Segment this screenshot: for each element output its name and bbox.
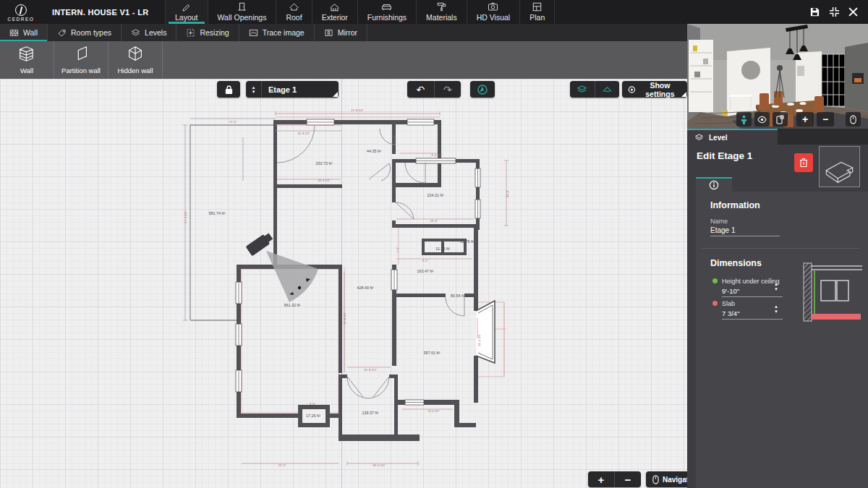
roof-visibility-icon[interactable]	[595, 81, 620, 98]
layout-ribbon: WallRoom typesLevelsResizingTrace imageM…	[0, 24, 687, 41]
level-selector[interactable]: ▲▼ Etage 1	[246, 81, 339, 98]
ribbon-mirror[interactable]: Mirror	[315, 24, 367, 41]
height-stepper[interactable]: ▲▼	[774, 283, 778, 291]
dimension-label: 24'-6"	[430, 219, 438, 223]
door-swings	[277, 125, 464, 398]
ribbon-label: Room types	[71, 28, 111, 37]
camera-icon	[487, 1, 499, 12]
name-input[interactable]: Etage 1	[710, 226, 735, 234]
compass-button[interactable]	[470, 81, 495, 98]
show-settings-label: Show settings	[640, 81, 680, 98]
tab-label: Plan	[529, 13, 545, 22]
3d-preview[interactable]: + −	[687, 24, 868, 129]
show-settings-button[interactable]: Show settings	[622, 81, 687, 98]
tab-label: Furnishings	[367, 13, 407, 22]
tool-partition-wall[interactable]: Partition wall	[54, 41, 109, 79]
room-area-label: 961.32 ft²	[284, 303, 301, 307]
tab-level[interactable]: Level	[687, 129, 778, 145]
dimension-label: 27'-8 1/2"	[351, 108, 364, 112]
door-icon	[236, 1, 248, 12]
slab-stepper[interactable]: ▲▼	[774, 305, 778, 314]
tab-furnishings[interactable]: Furnishings	[357, 0, 416, 24]
window-controls	[809, 0, 868, 24]
lock-button[interactable]	[217, 81, 240, 98]
walkthrough-person-icon[interactable]	[736, 112, 752, 127]
redo-button[interactable]: ↷	[434, 81, 461, 98]
close-button[interactable]	[848, 7, 858, 17]
navigate-label: Navigate	[663, 476, 687, 484]
room-area-label: 581.74 ft²	[209, 211, 226, 215]
tool-label: Wall	[20, 67, 33, 74]
dimension-label: 3'-6"	[310, 402, 316, 406]
walls	[237, 120, 480, 441]
preview-mouse-icon[interactable]	[846, 112, 861, 127]
tool-wall[interactable]: Wall	[0, 41, 54, 79]
visibility-group	[570, 81, 619, 98]
bay-window	[476, 301, 495, 363]
exit-fullscreen-button[interactable]	[829, 7, 840, 17]
ribbon-levels[interactable]: Levels	[122, 24, 176, 41]
section-divider	[702, 248, 859, 249]
tab-hd-visual[interactable]: HD Visual	[467, 0, 520, 24]
level-thumbnail[interactable]	[819, 146, 860, 187]
levels-visibility-icon[interactable]	[570, 81, 595, 98]
tab-label: Materials	[426, 13, 457, 22]
preview-zoom-in-button[interactable]: +	[796, 112, 814, 127]
ribbon-wall[interactable]: Wall	[0, 24, 48, 41]
tool-hidden-wall[interactable]: Hidden wall	[109, 41, 163, 79]
wall-section-diagram	[801, 260, 867, 325]
preview-eye-icon[interactable]	[754, 112, 770, 127]
level-spinner[interactable]: ▲▼	[246, 81, 262, 98]
dimension-label: 8'-0 1/2"	[428, 409, 440, 413]
info-icon	[709, 180, 719, 190]
room-area-label: 17.25 ft²	[306, 414, 320, 418]
ribbon-trace-image[interactable]: Trace image	[239, 24, 315, 41]
dimension-label: 36'-0 1/2"	[373, 463, 386, 467]
tab-roof[interactable]: Roof	[276, 0, 311, 24]
ribbon-label: Trace image	[263, 28, 305, 37]
floor-plan-canvas[interactable]: 581.74 ft²253.73 ft²44.35 ft²224.21 ft²9…	[0, 79, 687, 488]
height-dot	[712, 278, 718, 283]
level-stack-icon	[694, 133, 704, 142]
tab-information[interactable]	[696, 177, 732, 192]
height-label: Height under ceiling	[722, 278, 780, 285]
mouse-icon	[652, 475, 659, 484]
ribbon-resizing[interactable]: Resizing	[176, 24, 239, 41]
tool-label: Partition wall	[61, 67, 101, 74]
ribbon-room-types[interactable]: Room types	[48, 24, 122, 41]
edit-level-heading: Edit Etage 1	[697, 150, 752, 161]
tab-materials[interactable]: Materials	[416, 0, 467, 24]
terrace-walls	[190, 125, 276, 320]
height-input[interactable]: 9'-10"	[722, 287, 739, 295]
preview-snapshot-icon[interactable]	[773, 112, 788, 127]
tab-label: HD Visual	[477, 13, 511, 22]
preview-zoom-out-button[interactable]: −	[817, 112, 834, 127]
save-button[interactable]	[809, 7, 820, 17]
information-panel: Information Name Etage 1 Dimensions Heig…	[696, 192, 868, 488]
dimension-label: 5'-2"	[422, 259, 429, 262]
slab-input[interactable]: 7 3/4"	[722, 309, 740, 317]
windows	[236, 119, 480, 423]
paintroller-icon	[435, 1, 448, 12]
delete-level-button[interactable]	[794, 153, 813, 172]
tab-layout[interactable]: Layout	[165, 0, 208, 24]
ribbon-label: Wall	[23, 28, 38, 37]
cedreo-app: CEDREO INTERN. HOUSE V1 - LR LayoutWall …	[0, 0, 868, 488]
trash-icon	[799, 158, 808, 168]
tab-label: Wall Openings	[218, 13, 267, 22]
tab-plan[interactable]: Plan	[519, 0, 555, 24]
zoom-in-button[interactable]: +	[588, 471, 614, 487]
exterior-icon	[328, 1, 341, 12]
zoom-out-button[interactable]: −	[614, 471, 641, 487]
cedreo-logo[interactable]: CEDREO	[0, 0, 42, 24]
ribbon-label: Resizing	[200, 28, 229, 37]
ribbon-label: Mirror	[338, 28, 357, 37]
room-area-label: 163.47 ft²	[417, 269, 434, 273]
tab-wall-openings[interactable]: Wall Openings	[208, 0, 276, 24]
level-panel: Edit Etage 1 Information Name Etage 1 Di…	[687, 145, 868, 488]
undo-button[interactable]: ↶	[407, 81, 434, 98]
tab-exterior[interactable]: Exterior	[312, 0, 357, 24]
mirror-icon	[324, 28, 333, 38]
navigate-button[interactable]: Navigate	[646, 471, 687, 487]
room-area-label: 31.75 ft²	[460, 239, 475, 244]
